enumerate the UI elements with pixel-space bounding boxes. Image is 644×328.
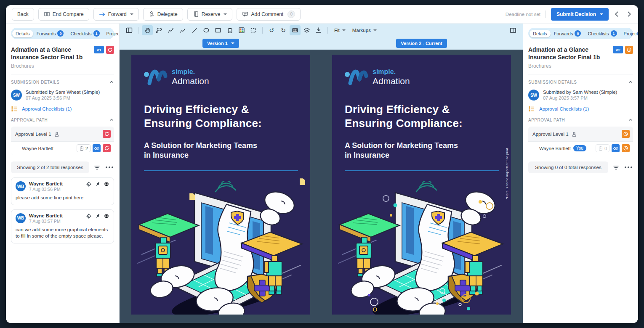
approver-row[interactable]: Wayne Bartlett You 0 xyxy=(528,141,633,155)
globe-icon[interactable] xyxy=(104,181,109,187)
more-options-icon[interactable] xyxy=(624,166,633,169)
tab-project-right[interactable]: Project xyxy=(620,30,638,37)
rotate-cw-tool[interactable]: ↻ xyxy=(278,25,289,35)
rotate-ccw-tool[interactable]: ↺ xyxy=(266,25,277,35)
line-tool[interactable] xyxy=(189,25,200,35)
approver-comment-count[interactable]: 0 xyxy=(596,144,609,152)
approver-row[interactable]: Wayne Bartlett 2 xyxy=(11,141,114,155)
clipboard-icon xyxy=(79,146,84,151)
back-button[interactable]: Back xyxy=(12,8,34,21)
next-chevron-icon[interactable] xyxy=(626,11,632,17)
delegate-button[interactable]: Delegate xyxy=(143,8,183,21)
lasso-tool[interactable] xyxy=(154,25,165,35)
document-category: Brochures xyxy=(528,63,633,69)
image-stamp-tool[interactable] xyxy=(236,25,247,35)
tab-forwards-right[interactable]: Forwards0 xyxy=(551,29,585,38)
sidebar-toggle-icon[interactable] xyxy=(124,25,135,35)
delegate-label: Delegate xyxy=(157,11,178,17)
tab-details-left[interactable]: Details xyxy=(12,30,33,37)
view-eye-badge[interactable] xyxy=(612,144,620,152)
forwards-count-badge: 0 xyxy=(575,30,581,37)
collapse-approval-icon[interactable] xyxy=(628,117,633,122)
reserve-caret-icon xyxy=(224,13,227,15)
responses-summary: Showing 2 of 2 total responses xyxy=(11,161,89,173)
forward-label: Forward xyxy=(108,11,127,17)
submitted-by-text: Submitted by Sam Wheat (Simple) xyxy=(543,90,617,95)
admation-logo-mark xyxy=(344,67,368,87)
pin-icon[interactable] xyxy=(95,213,101,219)
add-comment-button[interactable]: Add Comment 0 xyxy=(237,8,301,21)
compare-canvas[interactable]: simple. Admation Driving Efficiency & En… xyxy=(120,50,523,323)
split-view-icon[interactable] xyxy=(508,25,519,35)
markups-caret-icon xyxy=(373,29,377,31)
approver-status-changes-icon xyxy=(103,144,111,152)
document-page-v2[interactable]: simple. Admation Driving Efficiency & En… xyxy=(332,55,511,315)
note-tool[interactable] xyxy=(224,25,235,35)
clipboard-icon xyxy=(598,146,603,151)
brand-simple-text: simple. xyxy=(172,68,209,76)
filter-icon[interactable] xyxy=(612,164,620,171)
marquee-select-tool[interactable] xyxy=(248,25,259,35)
freehand-pen-tool[interactable] xyxy=(165,25,176,35)
toolbar-separator xyxy=(138,27,138,34)
collapse-approval-icon[interactable] xyxy=(109,117,114,122)
tab-project-label: Project xyxy=(106,31,120,36)
comment-card[interactable]: WB Wayne Bartlett 7 Aug 03:57 PM can we … xyxy=(11,209,114,243)
pan-hand-tool[interactable] xyxy=(142,25,153,35)
download-tool[interactable] xyxy=(313,25,324,35)
tab-checklists-label: Checklists xyxy=(588,31,609,36)
end-compare-label: End Compare xyxy=(53,11,84,17)
tab-details-right[interactable]: Details xyxy=(530,30,551,37)
approver-comment-count[interactable]: 2 xyxy=(77,144,90,152)
top-toolbar: Back End Compare Forward xyxy=(6,5,638,24)
fit-label: Fit xyxy=(334,28,340,33)
approver-status-pending-icon xyxy=(622,144,630,152)
view-eye-badge[interactable] xyxy=(93,144,101,152)
add-comment-label: Add Comment xyxy=(251,11,283,17)
submit-decision-caret-icon xyxy=(600,13,603,15)
markups-dropdown[interactable]: Markups xyxy=(349,28,380,33)
document-category: Brochures xyxy=(11,63,114,69)
layers-tool[interactable] xyxy=(301,25,312,35)
brochure-illustration xyxy=(131,181,310,315)
comment-author: Wayne Bartlett xyxy=(29,213,63,218)
approval-checklists-link[interactable]: Approval Checklists (1) xyxy=(22,106,72,111)
topbar-divider xyxy=(546,11,546,18)
submitter-avatar: SW xyxy=(528,90,539,101)
document-title: Admation at a Glance Insurance Sector Fi… xyxy=(528,46,609,61)
comment-card[interactable]: WB Wayne Bartlett 7 Aug 03:56 PM please … xyxy=(11,177,114,205)
collapse-submission-icon[interactable] xyxy=(109,79,114,85)
tab-checklists-left[interactable]: Checklists1 xyxy=(67,29,103,38)
checklists-count-badge: 1 xyxy=(611,30,617,37)
submit-decision-button[interactable]: Submit Decision xyxy=(551,8,609,21)
tab-forwards-left[interactable]: Forwards0 xyxy=(33,29,67,38)
end-compare-button[interactable]: End Compare xyxy=(38,8,89,21)
comment-annotation-note[interactable] xyxy=(300,178,305,185)
locate-target-icon[interactable] xyxy=(86,181,92,187)
compare-view-toggle[interactable] xyxy=(290,25,301,35)
globe-icon[interactable] xyxy=(104,213,109,219)
pending-clock-icon xyxy=(625,46,633,54)
toolbar-separator xyxy=(262,27,263,34)
rectangle-tool[interactable] xyxy=(213,25,224,35)
fit-dropdown[interactable]: Fit xyxy=(331,28,349,33)
reserve-button[interactable]: Reserve xyxy=(187,8,233,21)
pin-icon[interactable] xyxy=(95,181,101,187)
tab-checklists-right[interactable]: Checklists1 xyxy=(584,29,620,38)
more-options-icon[interactable] xyxy=(105,166,114,169)
version-2-chip[interactable]: Version 2 - Current xyxy=(396,39,447,48)
ellipse-tool[interactable] xyxy=(201,25,212,35)
prev-chevron-icon[interactable] xyxy=(614,11,620,17)
highlighter-tool[interactable] xyxy=(177,25,188,35)
version-1-chip[interactable]: Version 1 xyxy=(202,39,239,48)
locate-target-icon[interactable] xyxy=(86,213,92,219)
collapse-submission-icon[interactable] xyxy=(628,79,633,85)
forward-button[interactable]: Forward xyxy=(93,8,139,21)
filter-icon[interactable] xyxy=(93,164,101,171)
tab-project-left[interactable]: Project xyxy=(103,30,120,37)
approver-name: Wayne Bartlett xyxy=(539,146,571,151)
document-page-v1[interactable]: simple. Admation Driving Efficiency & En… xyxy=(131,55,310,315)
forward-arrow-icon xyxy=(99,11,106,17)
comment-count-value: 0 xyxy=(604,146,607,151)
approval-checklists-link[interactable]: Approval Checklists (1) xyxy=(539,106,589,111)
